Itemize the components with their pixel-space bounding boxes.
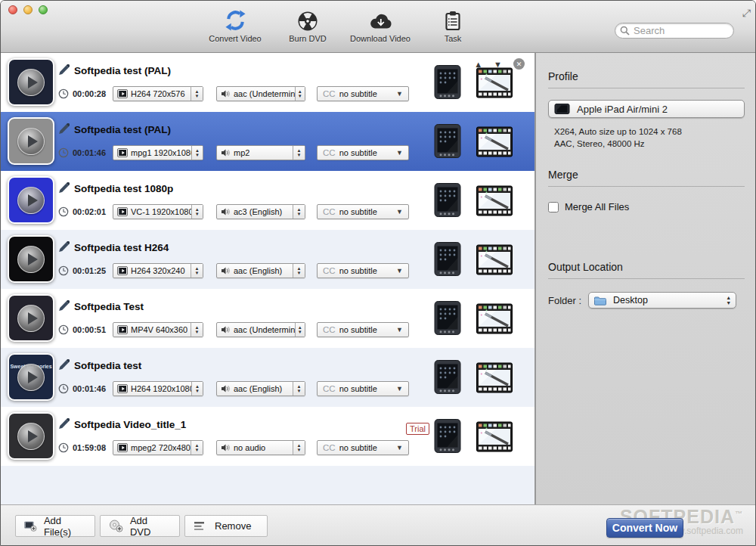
audio-format-select[interactable]: aac (Undetermined) ▲▼ (216, 322, 305, 337)
clear-list-button[interactable]: ✕ (513, 58, 525, 70)
film-icon (117, 207, 128, 216)
stepper-icon: ▲▼ (293, 146, 305, 160)
video-format-select[interactable]: mpeg2 720x480 ▲▼ (113, 440, 203, 455)
app-window: Convert Video Burn DVD (0, 0, 756, 546)
video-format-select[interactable]: VC-1 1920x1080 ▲▼ (113, 204, 203, 219)
video-format-select[interactable]: mpg1 1920x1080 ▲▼ (113, 145, 203, 160)
fullscreen-expand-icon[interactable]: ⤢ (742, 7, 751, 20)
video-list-row[interactable]: Sweet memories Softpedia test 00:01:46 (1, 348, 534, 407)
edit-title-icon[interactable] (57, 359, 70, 374)
video-thumbnail[interactable] (8, 176, 54, 224)
ipad-preview-icon[interactable] (430, 182, 465, 221)
edit-effects-icon[interactable] (476, 244, 513, 278)
add-dvd-button[interactable]: Add DVD (100, 515, 180, 537)
toolbar-burn-dvd[interactable]: Burn DVD (271, 9, 344, 43)
video-format-select[interactable]: H264 1920x1080 ▲▼ (113, 381, 203, 396)
toolbar-task[interactable]: Task (417, 9, 489, 43)
subtitle-select[interactable]: CC no subtitle ▼ (317, 86, 409, 101)
audio-format-select[interactable]: aac (Undetermined) ▲▼ (216, 86, 305, 101)
minimize-window-button[interactable] (23, 5, 33, 14)
ipad-preview-icon[interactable] (430, 123, 465, 162)
close-window-button[interactable] (8, 5, 17, 14)
move-down-button[interactable]: ▼ (494, 60, 502, 69)
convert-now-button[interactable]: Convert Now (606, 518, 683, 538)
subtitle-select[interactable]: CC no subtitle ▼ (317, 204, 409, 219)
subtitle-select[interactable]: CC no subtitle ▼ (317, 381, 409, 396)
video-format-value: H264 320x240 (131, 266, 185, 275)
audio-format-value: no audio (234, 443, 265, 452)
search-field (615, 23, 734, 39)
search-input[interactable] (615, 23, 734, 39)
stepper-icon: ▲▼ (191, 382, 203, 396)
video-thumbnail[interactable] (8, 294, 54, 342)
edit-effects-icon[interactable] (476, 362, 513, 396)
video-thumbnail[interactable] (8, 58, 54, 106)
video-format-select[interactable]: H264 320x240 ▲▼ (113, 263, 203, 278)
subtitle-select[interactable]: CC no subtitle ▼ (317, 263, 409, 278)
ipad-preview-icon[interactable] (430, 64, 465, 103)
edit-title-icon[interactable] (57, 64, 70, 79)
close-icon: ✕ (516, 60, 522, 68)
video-format-value: VC-1 1920x1080 (131, 207, 191, 216)
video-list-row[interactable]: Softpedia test 1080p 00:02:01 VC-1 1920x… (1, 171, 534, 230)
video-list-row[interactable]: Softpedia test H264 00:01:25 H264 320x24… (1, 230, 534, 289)
ipad-preview-icon[interactable] (430, 300, 465, 339)
video-list-row[interactable]: Softpedia test (PAL) 00:01:46 mpg1 1920x… (1, 112, 534, 171)
film-icon (117, 89, 128, 98)
toolbar-download-video[interactable]: Download Video (344, 9, 417, 43)
video-format-select[interactable]: MP4V 640x360 ▲▼ (113, 322, 203, 337)
edit-title-icon[interactable] (57, 241, 70, 256)
main-toolbar: Convert Video Burn DVD (199, 9, 489, 43)
output-folder-select[interactable]: Desktop ▲▼ (588, 292, 736, 309)
clock-icon (58, 383, 69, 397)
ipad-preview-icon[interactable] (430, 359, 465, 398)
audio-format-select[interactable]: mp2 ▲▼ (216, 145, 305, 160)
subtitle-select[interactable]: CC no subtitle ▼ (317, 145, 409, 160)
edit-effects-icon[interactable] (476, 185, 513, 219)
video-format-select[interactable]: H264 720x576 ▲▼ (113, 86, 203, 101)
subtitle-select[interactable]: CC no subtitle ▼ (317, 440, 409, 455)
move-up-button[interactable]: ▲ (474, 60, 482, 69)
speaker-icon (221, 89, 231, 98)
ipad-preview-icon[interactable] (430, 241, 465, 280)
video-title: Softpedia test 1080p (74, 183, 173, 194)
edit-title-icon[interactable] (57, 418, 70, 433)
audio-format-select[interactable]: no audio ▲▼ (216, 440, 305, 455)
merge-all-checkbox[interactable] (548, 202, 559, 213)
edit-effects-icon[interactable] (476, 303, 513, 337)
audio-format-select[interactable]: aac (English) ▲▼ (216, 263, 305, 278)
video-thumbnail[interactable] (8, 235, 54, 283)
video-list-row[interactable]: Softpedia test (PAL) 00:00:28 H264 720x5… (1, 53, 534, 112)
subtitle-select[interactable]: CC no subtitle ▼ (317, 322, 409, 337)
video-duration: 01:59:08 (73, 443, 106, 452)
divider (548, 278, 745, 279)
clipboard-icon (443, 9, 463, 32)
edit-effects-icon[interactable] (476, 126, 513, 160)
video-list-row[interactable]: Softpedia Test 00:00:51 MP4V 640x360 ▲▼ (1, 289, 534, 348)
edit-title-icon[interactable] (57, 182, 70, 197)
add-dvd-icon (109, 520, 123, 532)
edit-title-icon[interactable] (57, 123, 70, 138)
video-list-row[interactable]: Softpedia Video_title_1 01:59:08 mpeg2 7… (1, 407, 534, 466)
profile-select-button[interactable]: Apple iPad Air/mini 2 (548, 100, 745, 118)
edit-effects-icon[interactable] (476, 67, 513, 101)
cc-icon: CC (323, 325, 336, 334)
list-controls: ▲ ▼ ✕ (474, 58, 525, 70)
edit-effects-icon[interactable] (476, 421, 513, 455)
add-files-button[interactable]: Add File(s) (15, 515, 95, 537)
video-thumbnail[interactable]: Sweet memories (8, 353, 54, 401)
video-duration: 00:00:28 (73, 89, 106, 98)
remove-button[interactable]: Remove (184, 515, 268, 537)
audio-format-select[interactable]: ac3 (English) ▲▼ (216, 204, 305, 219)
ipad-preview-icon[interactable] (430, 418, 465, 457)
stepper-icon: ▲▼ (295, 87, 305, 101)
zoom-window-button[interactable] (39, 5, 48, 14)
video-title: Softpedia test (PAL) (74, 65, 171, 76)
video-title: Softpedia test H264 (74, 242, 169, 253)
audio-format-select[interactable]: aac (English) ▲▼ (216, 381, 305, 396)
video-thumbnail[interactable] (8, 412, 54, 460)
toolbar-convert-video[interactable]: Convert Video (199, 9, 271, 43)
video-thumbnail[interactable] (8, 117, 54, 165)
video-file-list: Softpedia test (PAL) 00:00:28 H264 720x5… (1, 53, 535, 504)
edit-title-icon[interactable] (57, 300, 70, 315)
